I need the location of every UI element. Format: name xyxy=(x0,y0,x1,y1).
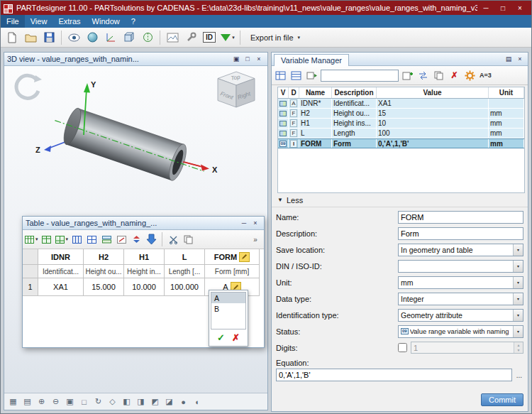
grid-view-icon[interactable] xyxy=(274,69,287,82)
add-row-above-icon[interactable] xyxy=(40,232,53,246)
variable-manager-tab[interactable]: Variable Manager xyxy=(274,54,349,66)
col-header-unit[interactable]: Unit xyxy=(489,87,524,98)
commit-button[interactable]: Commit xyxy=(481,393,523,406)
maximize-button[interactable]: □ xyxy=(494,2,511,13)
col-h1[interactable]: H1 xyxy=(124,249,165,265)
menu-extras[interactable]: Extras xyxy=(52,15,86,28)
chevron-down-icon[interactable]: ▾ xyxy=(513,277,523,288)
close-button[interactable]: × xyxy=(511,2,528,13)
delete-variable-icon[interactable]: ✗ xyxy=(448,69,461,82)
top-view-icon[interactable]: ◩ xyxy=(149,396,161,408)
open-icon[interactable] xyxy=(22,29,39,46)
sort-icon[interactable] xyxy=(130,232,143,246)
variable-row-idnr[interactable]: A IDNR* Identificat... XA1 xyxy=(278,99,524,109)
halfshade-view-icon[interactable]: ◐ xyxy=(192,396,204,408)
menu-help[interactable]: ? xyxy=(126,15,141,28)
zoom-fit-icon[interactable]: ▣ xyxy=(64,396,76,408)
col-header-name[interactable]: Name xyxy=(299,87,332,98)
data-type-select[interactable]: Integer ▾ xyxy=(398,293,523,305)
digits-spinner[interactable]: 1 ▲ ▼ xyxy=(411,342,523,354)
tools-wrench-icon[interactable] xyxy=(182,29,199,46)
value-option-a[interactable]: A xyxy=(211,293,245,303)
iso-view-icon[interactable]: ◇ xyxy=(106,396,118,408)
start-generation-dropdown[interactable]: ▾ xyxy=(219,29,236,46)
copy-variable-icon[interactable] xyxy=(432,69,445,82)
shaded-view-icon[interactable]: ● xyxy=(177,396,189,408)
zoom-in-icon[interactable]: ⊕ xyxy=(35,396,48,408)
col-header-value[interactable]: Value xyxy=(377,87,489,98)
close-pane-button[interactable]: × xyxy=(514,54,526,64)
show-table-icon[interactable]: ▦ xyxy=(7,396,19,408)
close-table-button[interactable]: × xyxy=(250,218,261,228)
spinner-up-icon[interactable]: ▲ xyxy=(514,342,523,348)
zoom-out-icon[interactable]: ⊖ xyxy=(50,396,62,408)
save-location-select[interactable]: In geometry and table ▾ xyxy=(398,244,523,256)
edit-3d-icon[interactable] xyxy=(121,29,138,46)
cell-l[interactable]: 100.000 xyxy=(165,278,205,296)
equation-field[interactable] xyxy=(276,369,512,381)
maximize-pane-button[interactable]: □ xyxy=(242,54,253,64)
add-variable-icon[interactable] xyxy=(401,69,414,82)
equation-more-button[interactable]: ... xyxy=(515,371,523,379)
add-row-below-icon[interactable]: ▾ xyxy=(55,232,69,246)
remove-column-icon[interactable] xyxy=(85,232,98,246)
frame-view-icon[interactable] xyxy=(164,29,181,46)
name-field[interactable] xyxy=(398,211,523,224)
cylinder-part[interactable] xyxy=(49,102,211,190)
digits-checkbox[interactable] xyxy=(398,343,407,352)
confirm-check-icon[interactable]: ✓ xyxy=(217,332,225,343)
row-tools-icon[interactable] xyxy=(100,232,113,246)
dock-button[interactable]: ▣ xyxy=(231,54,242,64)
col-header-d[interactable]: D xyxy=(289,87,299,98)
add-column-icon[interactable] xyxy=(70,232,83,246)
status-select[interactable]: 09 Value range variable with naming ▾ xyxy=(398,325,523,338)
less-toggle[interactable]: ▼ Less xyxy=(272,193,528,207)
toolbar-overflow-icon[interactable]: » xyxy=(249,232,262,246)
description-field[interactable] xyxy=(398,227,523,240)
right-view-icon[interactable]: ◨ xyxy=(135,396,147,408)
show-tree-icon[interactable]: ▤ xyxy=(21,396,33,408)
cell-idnr[interactable]: XA1 xyxy=(38,278,84,296)
minimize-button[interactable]: ─ xyxy=(477,2,494,13)
col-l[interactable]: L xyxy=(165,249,205,265)
value-option-b[interactable]: B xyxy=(211,303,245,314)
cut-icon[interactable] xyxy=(167,232,179,246)
sphere-view-icon[interactable] xyxy=(84,29,101,46)
list-view-icon[interactable] xyxy=(289,69,303,82)
minimize-table-button[interactable]: ─ xyxy=(238,218,250,228)
bottom-view-icon[interactable]: ◪ xyxy=(163,396,175,408)
chevron-down-icon[interactable]: ▾ xyxy=(513,293,523,305)
variable-row-form-selected[interactable]: 09 I FORM Form 0,'A',1,'B' mm xyxy=(278,138,524,148)
unit-select[interactable]: mm ▾ xyxy=(398,276,523,289)
zoom-window-icon[interactable]: □ xyxy=(78,396,90,408)
chevron-down-icon[interactable]: ▾ xyxy=(513,244,523,256)
3d-view-titlebar[interactable]: 3D view - value_ranges_with_namin... ▣ □… xyxy=(4,53,267,66)
col-header-description[interactable]: Description xyxy=(332,87,377,98)
chevron-down-icon[interactable]: ▾ xyxy=(513,261,523,272)
id-button[interactable]: ID xyxy=(201,29,218,46)
identification-type-select[interactable]: Geometry attribute ▾ xyxy=(398,309,523,322)
variable-manager-titlebar[interactable]: Variable Manager ▤ × xyxy=(272,53,528,66)
export-in-file-button[interactable]: Export in file ▾ xyxy=(244,31,306,44)
translate-variable-icon[interactable] xyxy=(416,69,430,82)
rotate-view-icon[interactable]: ↻ xyxy=(92,396,104,408)
col-header-v[interactable]: V xyxy=(278,87,289,98)
variable-row-h1[interactable]: F H1 Height ins... 10 mm xyxy=(278,119,524,129)
link-rows-icon[interactable] xyxy=(115,232,128,246)
col-h2[interactable]: H2 xyxy=(84,249,124,265)
edit-column-pencil-icon[interactable] xyxy=(239,252,250,262)
coordinate-axes-icon[interactable] xyxy=(102,29,119,46)
col-form[interactable]: FORM xyxy=(205,249,260,265)
save-icon[interactable] xyxy=(40,29,57,46)
spinner-down-icon[interactable]: ▼ xyxy=(514,348,523,354)
menu-view[interactable]: View xyxy=(25,15,53,28)
chevron-down-icon[interactable]: ▾ xyxy=(513,326,523,337)
orbit-ring-icon[interactable] xyxy=(16,75,42,98)
din-iso-select[interactable]: ▾ xyxy=(398,260,523,273)
new-document-icon[interactable] xyxy=(4,29,21,46)
copy-icon[interactable] xyxy=(182,232,194,246)
expression-view-icon[interactable] xyxy=(305,69,318,82)
left-view-icon[interactable]: ◧ xyxy=(121,396,133,408)
add-table-icon[interactable]: ▾ xyxy=(25,232,38,246)
settings-gear-icon[interactable] xyxy=(463,69,477,82)
